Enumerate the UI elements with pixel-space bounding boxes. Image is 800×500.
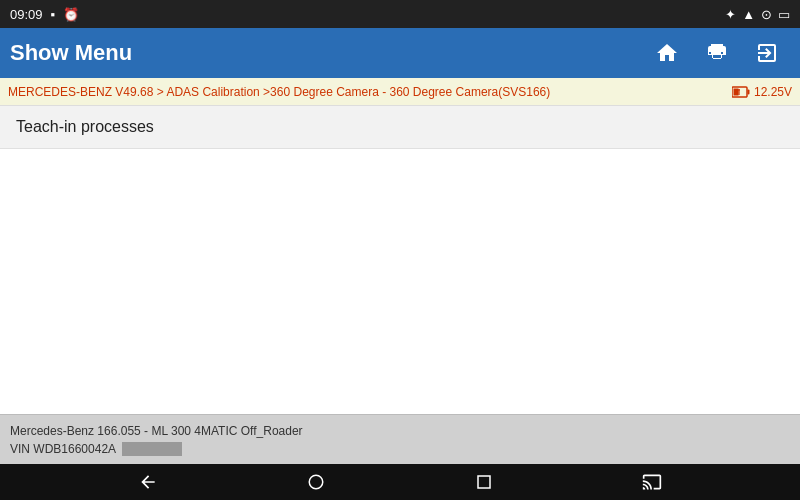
- sim-icon: ▪: [51, 7, 56, 22]
- vin-text: VIN WDB1660042A: [10, 440, 116, 458]
- svg-rect-6: [478, 476, 490, 488]
- back-icon: [138, 472, 158, 492]
- home-icon: [655, 41, 679, 65]
- status-time: 09:09: [10, 7, 43, 22]
- bluetooth-icon: ✦: [725, 7, 736, 22]
- cast-button[interactable]: [632, 467, 672, 497]
- recents-button[interactable]: [464, 467, 504, 497]
- breadcrumb-bar: MERCEDES-BENZ V49.68 > ADAS Calibration …: [0, 78, 800, 106]
- recents-icon: [475, 473, 493, 491]
- home-button[interactable]: [644, 33, 690, 73]
- svg-rect-1: [747, 89, 749, 94]
- alarm-icon: ⏰: [63, 7, 79, 22]
- android-home-button[interactable]: [296, 467, 336, 497]
- status-bar: 09:09 ▪ ⏰ ✦ ▲ ⊙ ▭: [0, 0, 800, 28]
- battery-info: 12.25V: [732, 85, 792, 99]
- header-title: Show Menu: [10, 40, 640, 66]
- battery-status-icon: [732, 86, 750, 98]
- android-nav-bar: [0, 464, 800, 500]
- vehicle-name: Mercedes-Benz 166.055 - ML 300 4MATIC Of…: [10, 422, 790, 440]
- status-bar-right: ✦ ▲ ⊙ ▭: [725, 7, 790, 22]
- signal-icon: ▲: [742, 7, 755, 22]
- exit-button[interactable]: [744, 33, 790, 73]
- cast-icon: [642, 472, 662, 492]
- back-button[interactable]: [128, 467, 168, 497]
- svg-point-5: [309, 475, 323, 489]
- vehicle-info: Mercedes-Benz 166.055 - ML 300 4MATIC Of…: [10, 422, 790, 458]
- battery-voltage: 12.25V: [754, 85, 792, 99]
- content-area: Teach-in processes: [0, 106, 800, 414]
- android-home-icon: [307, 473, 325, 491]
- vin-block: VIN WDB1660042A: [10, 440, 790, 458]
- svg-rect-2: [733, 88, 738, 95]
- print-button[interactable]: [694, 33, 740, 73]
- print-icon: [705, 41, 729, 65]
- list-item-label: Teach-in processes: [16, 118, 154, 135]
- breadcrumb-text: MERCEDES-BENZ V49.68 > ADAS Calibration …: [8, 85, 550, 99]
- battery-icon: ▭: [778, 7, 790, 22]
- wifi-icon: ⊙: [761, 7, 772, 22]
- bottom-bar: Mercedes-Benz 166.055 - ML 300 4MATIC Of…: [0, 414, 800, 464]
- header: Show Menu: [0, 28, 800, 78]
- status-bar-left: 09:09 ▪ ⏰: [10, 7, 79, 22]
- exit-icon: [755, 41, 779, 65]
- list-item-teach-in[interactable]: Teach-in processes: [0, 106, 800, 149]
- vin-masked: [122, 442, 182, 456]
